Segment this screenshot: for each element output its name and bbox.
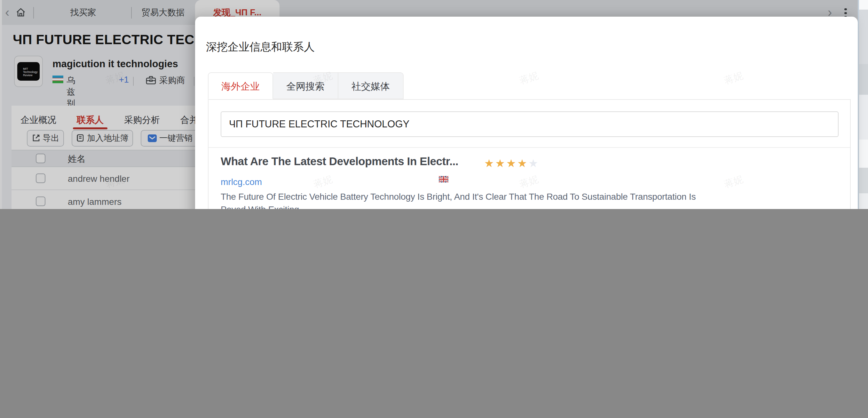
result-title-link[interactable]: What Are The Latest Developments In Elec…: [221, 155, 458, 168]
modal-tab-overseas[interactable]: 海外企业: [208, 72, 273, 99]
overseas-panel: What Are The Latest Developments In Elec…: [208, 99, 851, 209]
star-icon: [484, 157, 495, 170]
rating-stars: [484, 157, 539, 170]
uk-flag-icon: [439, 176, 448, 182]
deep-dig-modal: 深挖企业信息和联系人 海外企业 全网搜索 社交媒体 What Are The L…: [195, 17, 858, 209]
modal-tab-social-media[interactable]: 社交媒体: [338, 72, 404, 99]
star-icon: [506, 157, 518, 170]
star-icon: [495, 157, 506, 170]
modal-tab-web-search[interactable]: 全网搜索: [273, 72, 338, 99]
company-search-input[interactable]: [221, 111, 839, 137]
result-description: The Future Of Electric Vehicle Battery T…: [221, 191, 699, 209]
right-edge-strip: 接: [858, 0, 868, 209]
star-icon: [518, 157, 529, 170]
result-url-link[interactable]: mrlcg.com: [221, 177, 262, 187]
modal-title: 深挖企业信息和联系人: [206, 40, 315, 54]
screen: ‹ 找买家 贸易大数据 发现_ЧП F... › ЧП FUTURE ELECT…: [0, 0, 868, 209]
star-icon: [528, 157, 539, 170]
